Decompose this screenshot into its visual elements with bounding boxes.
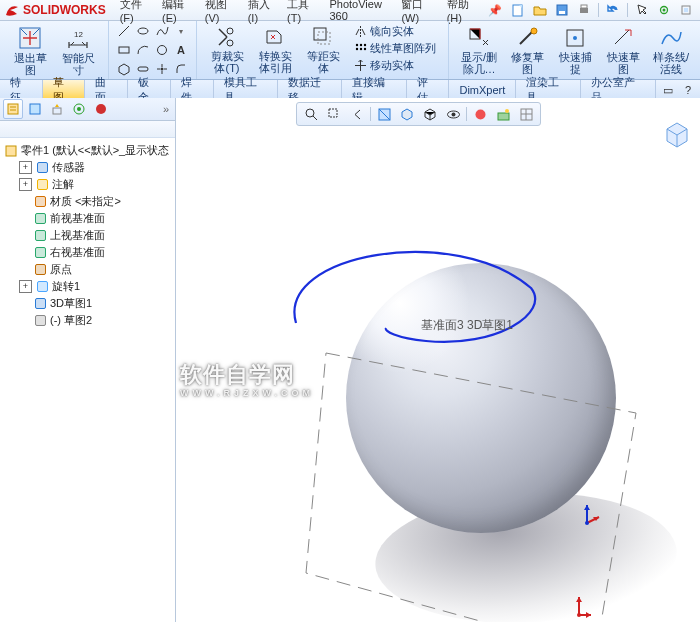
tab-sketch[interactable]: 草图	[43, 80, 86, 100]
quick-access-toolbar	[508, 1, 696, 19]
smart-dimension-button[interactable]: 12 智能尺寸	[54, 23, 102, 77]
tab-datamig[interactable]: 数据迁移	[278, 80, 342, 100]
tree-node-label: 传感器	[52, 160, 85, 175]
tree-node[interactable]: 右视基准面	[2, 244, 173, 261]
app-logo: SOLIDWORKS	[4, 2, 106, 18]
svg-rect-2	[559, 11, 565, 14]
pane-tab-dimxpert-icon[interactable]	[69, 99, 89, 119]
section-view-icon[interactable]	[374, 105, 394, 123]
pane-tab-display-icon[interactable]	[91, 99, 111, 119]
rectangle-tool-icon[interactable]	[115, 41, 133, 59]
tab-render[interactable]: 渲染工具	[516, 80, 580, 100]
qat-rebuild-icon[interactable]	[654, 1, 674, 19]
qat-options-icon[interactable]	[676, 1, 696, 19]
snap-label: 快速捕捉	[555, 51, 595, 75]
rect-tool-icon[interactable]	[134, 22, 152, 40]
view-cube-icon[interactable]	[662, 120, 692, 150]
tree-node-icon	[35, 280, 49, 294]
polygon-tool-icon[interactable]	[115, 60, 133, 78]
tree-node[interactable]: +旋转1	[2, 278, 173, 295]
svg-rect-45	[35, 299, 45, 309]
spline-tools-button[interactable]: 样条线/活线	[647, 24, 695, 76]
trim-entities-button[interactable]: 剪裁实体(T)	[203, 23, 251, 75]
tab-office[interactable]: 办公室产品	[581, 80, 656, 100]
display-style-icon[interactable]	[420, 105, 440, 123]
solidworks-logo-icon	[4, 2, 20, 18]
svg-point-16	[227, 28, 233, 34]
move-entities-button[interactable]: 移动实体	[351, 57, 438, 74]
line-tool-icon[interactable]	[115, 22, 133, 40]
view-orient-icon[interactable]	[397, 105, 417, 123]
tree-node[interactable]: 上视基准面	[2, 227, 173, 244]
svg-rect-19	[318, 32, 330, 44]
dropdown-icon[interactable]: ▾	[172, 22, 190, 40]
tab-directedit[interactable]: 直接编辑	[342, 80, 406, 100]
tree-node[interactable]: 3D草图1	[2, 295, 173, 312]
pane-tab-feature-tree-icon[interactable]	[3, 99, 23, 119]
display-delete-icon	[467, 26, 491, 50]
tab-surface[interactable]: 曲面	[85, 80, 128, 100]
tree-node-label: 材质 <未指定>	[50, 194, 121, 209]
circle-tool-icon[interactable]	[153, 41, 171, 59]
svg-rect-12	[119, 47, 129, 53]
tree-toggle-icon	[19, 315, 30, 326]
tree-node[interactable]: 前视基准面	[2, 210, 173, 227]
prev-view-icon[interactable]	[347, 105, 367, 123]
svg-rect-43	[35, 265, 45, 275]
tree-toggle-icon	[19, 196, 30, 207]
tab-features[interactable]: 特征	[0, 80, 43, 100]
offset-entities-button[interactable]: 等距实体	[299, 23, 347, 75]
text-tool-icon[interactable]: A	[172, 41, 190, 59]
zoom-area-icon[interactable]	[324, 105, 344, 123]
tree-toggle-icon[interactable]: +	[19, 178, 32, 191]
tab-weldments[interactable]: 焊件	[171, 80, 214, 100]
tree-toggle-icon[interactable]: +	[19, 280, 32, 293]
qat-open-icon[interactable]	[530, 1, 550, 19]
view-settings-icon[interactable]	[516, 105, 536, 123]
tab-dimxpert[interactable]: DimXpert	[449, 80, 516, 100]
convert-entities-button[interactable]: 转换实体引用	[251, 23, 299, 75]
ribbon-pattern-stack: 镜向实体 线性草图阵列 移动实体	[347, 23, 442, 74]
qat-undo-icon[interactable]	[603, 1, 623, 19]
tree-node[interactable]: 原点	[2, 261, 173, 278]
tab-sheetmetal[interactable]: 钣金	[128, 80, 171, 100]
tree-toggle-icon[interactable]: +	[19, 161, 32, 174]
display-delete-button[interactable]: 显示/删除几…	[455, 24, 503, 76]
smart-dimension-label: 智能尺寸	[58, 52, 98, 76]
hide-show-icon[interactable]	[443, 105, 463, 123]
tab-help-icon[interactable]: ?	[680, 82, 696, 98]
tree-root[interactable]: 零件1 (默认<<默认>_显示状态	[2, 142, 173, 159]
zoom-fit-icon[interactable]	[301, 105, 321, 123]
qat-print-icon[interactable]	[574, 1, 594, 19]
quick-snap-button[interactable]: 快速捕捉	[551, 24, 599, 76]
tree-node[interactable]: +注解	[2, 176, 173, 193]
pane-tab-property-icon[interactable]	[25, 99, 45, 119]
exit-sketch-button[interactable]: 退出草图	[6, 23, 54, 77]
qat-save-icon[interactable]	[552, 1, 572, 19]
tab-evaluate[interactable]: 评估	[407, 80, 450, 100]
mirror-entities-button[interactable]: 镜向实体	[351, 23, 438, 40]
svg-point-25	[363, 48, 365, 50]
rapid-sketch-button[interactable]: 快速草图	[599, 24, 647, 76]
svg-point-22	[363, 44, 365, 46]
graphics-viewport[interactable]: 基准面3 3D草图1 软件自学网 WWW.RJZXW.COM	[176, 98, 700, 622]
tree-node[interactable]: (-) 草图2	[2, 312, 173, 329]
appearance-icon[interactable]	[470, 105, 490, 123]
linear-pattern-button[interactable]: 线性草图阵列	[351, 40, 438, 57]
pane-tab-config-icon[interactable]	[47, 99, 67, 119]
tree-node[interactable]: 材质 <未指定>	[2, 193, 173, 210]
tree-node-label: 3D草图1	[50, 296, 92, 311]
spline-tool-icon[interactable]	[153, 22, 171, 40]
tab-moldtools[interactable]: 模具工具	[214, 80, 278, 100]
qat-select-icon[interactable]	[632, 1, 652, 19]
menu-pin-icon[interactable]: 📌	[488, 4, 502, 17]
svg-rect-40	[35, 214, 45, 224]
scene-icon[interactable]	[493, 105, 513, 123]
pane-tab-more-icon[interactable]: »	[160, 103, 172, 115]
arc-tool-icon[interactable]	[134, 41, 152, 59]
qat-new-icon[interactable]	[508, 1, 528, 19]
tree-node[interactable]: +传感器	[2, 159, 173, 176]
tab-collapse-icon[interactable]: ▭	[660, 82, 676, 98]
repair-sketch-button[interactable]: 修复草图	[503, 24, 551, 76]
svg-rect-18	[314, 28, 326, 40]
